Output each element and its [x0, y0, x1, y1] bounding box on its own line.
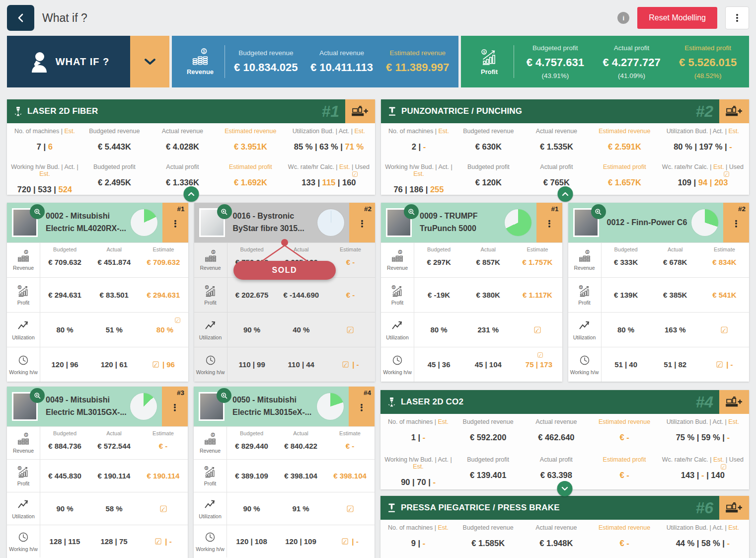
thinking-person-icon — [28, 51, 49, 73]
what-if-collapse-button[interactable] — [130, 36, 169, 87]
edit-icon[interactable] — [352, 171, 358, 177]
chevron-down-icon — [144, 57, 156, 66]
add-machine-button[interactable] — [345, 99, 375, 123]
revenue-row: $Revenue Budgeted€ 759.918 Actual€ 325.1… — [194, 242, 376, 277]
machine-card-0002: 0002 - MitsubishiElectric ML4020RX-... #… — [7, 203, 188, 382]
utilization-arrow-icon: Utilization — [7, 313, 40, 347]
laser-icon — [387, 397, 396, 407]
profit-chart-icon: $Profit — [381, 278, 414, 312]
edit-icon[interactable] — [346, 326, 354, 334]
kebab-menu-button[interactable] — [725, 6, 749, 29]
kebab-menu-icon[interactable] — [361, 219, 363, 228]
edit-icon[interactable] — [720, 326, 728, 334]
edit-icon[interactable] — [537, 352, 543, 358]
add-machine-button[interactable] — [719, 99, 749, 123]
kebab-menu-icon[interactable] — [361, 403, 363, 412]
stat-budgeted-revenue: Budgeted revenue€ 592.200 — [454, 414, 522, 452]
back-button[interactable] — [7, 5, 34, 31]
panel-rank-badge: #4 — [695, 394, 719, 410]
zoom-in-icon[interactable] — [591, 204, 606, 219]
add-machine-button[interactable] — [719, 496, 749, 520]
profit-kpi-label: Profit — [481, 68, 498, 76]
edit-icon[interactable] — [174, 317, 181, 323]
clock-icon: Working h/w — [7, 525, 40, 558]
card-rank-badge: #3 — [177, 389, 184, 397]
utilization-pie-chart — [131, 209, 157, 236]
panel-title: LASER 2D CO2 — [401, 397, 463, 407]
category-panels-row: LASER 2D FIBER #1 No. of machines | Est.… — [7, 99, 749, 195]
stat-budgeted-revenue: Budgeted revenue€ 5.443K — [80, 123, 149, 159]
stat-budgeted-revenue: Budgeted revenue€ 1.585K — [454, 520, 522, 556]
collapse-panel-button[interactable] — [557, 186, 573, 202]
edit-icon[interactable] — [341, 538, 349, 545]
svg-text:$: $ — [206, 286, 208, 289]
info-icon[interactable] — [617, 12, 629, 24]
revenue-kpi-card: $ Revenue Budgeted revenue € 10.834.025 … — [172, 36, 458, 87]
panel-rank-badge: #1 — [321, 103, 345, 119]
stat-utilization: Utilization Bud. | Act. | Est.44 % | 58 … — [659, 520, 747, 556]
zoom-in-icon[interactable] — [30, 388, 45, 403]
svg-text:$: $ — [19, 467, 20, 470]
machine-card-0016: 0016 - BystronicByStar fibre 3015... #2 … — [194, 203, 376, 382]
stat-estimated-revenue: Estimated revenue€ 3.951K — [217, 123, 285, 159]
reset-modelling-button[interactable]: Reset Modelling — [637, 7, 717, 29]
edit-icon[interactable] — [533, 326, 541, 334]
edit-icon[interactable] — [152, 361, 159, 368]
profit-row: $Profit € 139K € 385K € 541K — [568, 277, 750, 312]
edit-icon[interactable] — [346, 505, 354, 513]
svg-text:$: $ — [25, 250, 27, 253]
utilization-row: Utilization 80 % 163 % — [568, 312, 750, 347]
expand-panel-button[interactable] — [557, 481, 573, 496]
profit-chart-icon: $Profit — [7, 460, 40, 492]
svg-text:$: $ — [203, 49, 205, 54]
panel-title: PUNZONATRICE / PUNCHING — [401, 106, 522, 116]
utilization-row: Utilization 90 % 40 % — [194, 312, 376, 347]
edit-icon[interactable] — [159, 505, 167, 513]
svg-text:$: $ — [212, 433, 214, 436]
stat-estimated-revenue: Estimated revenue€ 2.591K — [591, 123, 659, 159]
edit-icon[interactable] — [720, 464, 727, 470]
collapse-panel-button[interactable] — [183, 186, 199, 202]
profit-row: $Profit € 445.830 € 190.114 € 190.114 — [7, 459, 188, 492]
kebab-menu-icon[interactable] — [174, 219, 176, 228]
profit-chart-icon: $Profit — [194, 460, 227, 492]
profit-chart-icon: $ — [480, 48, 498, 66]
svg-text:$: $ — [393, 286, 394, 289]
card-rank-badge: #2 — [738, 205, 746, 213]
edit-icon[interactable] — [342, 361, 349, 368]
zoom-in-icon[interactable] — [404, 204, 419, 219]
stat-actual-revenue: Actual revenue€ 1.535K — [523, 123, 591, 159]
utilization-arrow-icon: Utilization — [381, 313, 414, 347]
zoom-in-icon[interactable] — [217, 388, 231, 403]
zoom-in-icon[interactable] — [217, 204, 232, 219]
revenue-row: $Revenue Budgeted€ 333K Actual€ 678K Est… — [568, 242, 750, 277]
add-machine-button[interactable] — [719, 390, 749, 414]
revenue-coins-icon: $Revenue — [381, 243, 414, 277]
working-hw-row: Working h/w 128 | 115 128 | 75 | - — [7, 525, 188, 558]
kebab-menu-icon[interactable] — [548, 219, 550, 228]
what-if-dashboard: What if ? Reset Modelling WHAT IF ? $ Re… — [0, 0, 756, 558]
profit-row: $Profit € 389.109 € 398.104 € 398.104 — [194, 459, 375, 492]
stat-budgeted-revenue: Budgeted revenue€ 630K — [454, 123, 523, 159]
page-title: What if ? — [42, 11, 87, 25]
what-if-label: WHAT IF ? — [56, 56, 110, 68]
stat-working-hw: Working h/w Bud. | Act. | Est. — [382, 556, 454, 558]
stat-budgeted-profit: Budgeted profit€ 139.401 — [454, 452, 522, 489]
kebab-menu-icon[interactable] — [174, 403, 176, 412]
edit-icon[interactable] — [723, 171, 730, 177]
stat-no-of-machines: No. of machines | Est.7 | 6 — [9, 123, 80, 159]
edit-icon[interactable] — [716, 361, 723, 368]
stat-wc-rate: Wc. rate/hr Calc. | Est. | Used143 | - |… — [659, 452, 747, 489]
machine-card-0050: 0050 - MitsubishiElectric ML3015eX-... #… — [194, 387, 375, 558]
stat-utilization: Utilization Bud. | Act. | Est.85 % | 63 … — [285, 123, 373, 159]
bottom-row: 0049 - MitsubishiElectric ML3015GX-... #… — [7, 387, 749, 558]
estimated-revenue: Estimated revenue € 11.389.997 — [379, 49, 455, 74]
punch-icon — [387, 106, 397, 117]
revenue-coins-icon: $Revenue — [7, 427, 40, 459]
kebab-menu-icon[interactable] — [735, 219, 737, 228]
revenue-kpi-label: Revenue — [187, 68, 214, 76]
stat-actual-profit: Actual profit — [522, 556, 590, 558]
svg-text:$: $ — [19, 286, 20, 289]
edit-icon[interactable] — [154, 538, 162, 545]
zoom-in-icon[interactable] — [30, 204, 45, 219]
